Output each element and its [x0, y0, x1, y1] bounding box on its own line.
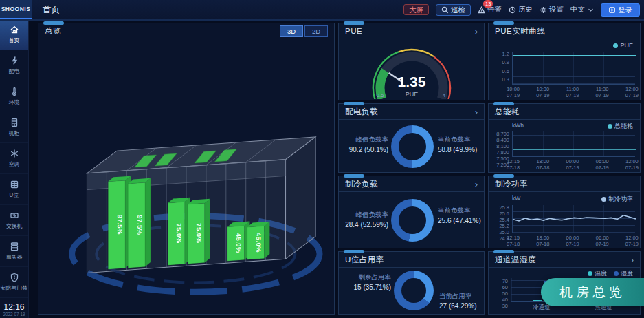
sidebar-item-security[interactable]: 安防与门禁 — [0, 267, 28, 298]
donut-left-label: 剩余占用率 — [343, 273, 391, 282]
sidebar-item-label: 环境 — [9, 98, 20, 106]
legend-label: 制冷功率 — [608, 195, 633, 202]
panel-cooling-load: 制冷负载 › 峰值负载率 28.4 (52.59%) 当前负载率 25.6 (4… — [338, 176, 485, 248]
donut-right-value: 58.8 (49.9%) — [438, 146, 483, 153]
donut-right-label: 当前负载率 — [438, 136, 483, 145]
u-slot-icon — [10, 180, 19, 189]
warning-icon — [478, 6, 485, 14]
sidebar-item-label: 空调 — [9, 160, 20, 168]
legend-label: 湿度 — [621, 270, 633, 277]
panel-energy: 总能耗 kWh 总能耗 8,7008,4008,1007,8007,5007,2… — [488, 103, 641, 173]
gauge-value: 1.35 — [398, 74, 426, 89]
sidebar-item-label: 首页 — [9, 36, 20, 44]
category-label: 冷通道 — [533, 304, 551, 312]
legend-label: 总能耗 — [614, 123, 633, 129]
y-axis-unit: kW — [512, 195, 520, 202]
toggle-2d-button[interactable]: 2D — [304, 25, 328, 37]
chevron-down-icon — [588, 7, 594, 13]
y-axis-ticks: 8,7008,4008,1007,8007,5007,200 — [491, 131, 509, 156]
panel-title: 制冷负载 — [345, 179, 378, 189]
3d-room-canvas[interactable]: 97.5%97.5%75.0%75.0%45.0%45.0% — [38, 41, 334, 314]
rack-percent-label: 75.0% — [175, 223, 183, 244]
donut-left-label: 峰值负载率 — [342, 136, 388, 145]
panel-detail-arrow[interactable]: › — [475, 180, 478, 189]
panel-title: PUE — [345, 27, 362, 35]
sidebar-item-label: U位 — [10, 191, 19, 199]
room-overview-badge: 机房总览 — [541, 278, 644, 306]
chart-legend: PUE — [613, 42, 633, 49]
login-icon — [608, 6, 616, 14]
panel-title: U位占用率 — [345, 255, 384, 265]
settings-label: 设置 — [549, 5, 564, 14]
language-label: 中文 — [570, 5, 585, 14]
sidebar-item-ac[interactable]: 空调 — [0, 143, 28, 174]
rack-percent-label: 45.0% — [235, 233, 243, 253]
sidebar-item-server[interactable]: 服务器 — [0, 236, 28, 267]
snowflake-icon — [10, 149, 19, 158]
u-occupancy-donut — [394, 271, 434, 310]
bar — [533, 300, 542, 301]
sidebar-item-switch[interactable]: 交换机 — [0, 205, 28, 236]
patrol-label: 巡检 — [451, 6, 465, 14]
rack-percent-label: 97.5% — [116, 214, 124, 235]
alarm-button[interactable]: 告警 13 — [478, 5, 502, 14]
donut-right-value: 27 (64.29%) — [439, 302, 483, 310]
shield-icon — [10, 273, 19, 282]
panel-overview: 总览 3D 2D — [38, 23, 335, 315]
legend-dot — [614, 271, 619, 276]
gauge-max: 4 — [443, 92, 446, 98]
nav-home[interactable]: 首页 — [38, 0, 64, 19]
legend-label: 温度 — [595, 270, 607, 277]
legend-dot — [588, 271, 592, 276]
sidebar-item-label: 配电 — [9, 67, 20, 75]
alarm-count-badge: 13 — [483, 0, 493, 8]
legend-dot — [613, 43, 618, 48]
sidebar-item-home[interactable]: 首页 — [0, 19, 28, 50]
cooling-load-donut — [391, 199, 434, 242]
panel-detail-arrow[interactable]: › — [631, 255, 634, 264]
sidebar-item-power[interactable]: 配电 — [0, 50, 28, 81]
pue-gauge: 1.35 PUE 0.5 4 — [343, 40, 480, 99]
server-icon — [10, 242, 19, 251]
patrol-button[interactable]: 巡检 — [436, 4, 471, 16]
sidebar-item-label: 机柜 — [9, 129, 20, 137]
donut-left-value: 15 (35.71%) — [343, 284, 391, 291]
settings-button[interactable]: 设置 — [540, 5, 564, 14]
rack-percent-label: 75.0% — [195, 223, 203, 244]
panel-detail-arrow[interactable]: › — [475, 27, 478, 36]
panel-title: 通道温湿度 — [495, 255, 536, 265]
panel-power-load: 配电负载 › 峰值负载率 90.2 (50.1%) 当前负载率 58.8 (49… — [338, 103, 485, 173]
brand-logo: SHOONIS — [0, 0, 32, 19]
panel-u-occupancy: U位占用率 剩余占用率 15 (35.71%) 当前占用率 27 (64.29%… — [338, 251, 485, 315]
donut-right-label: 当前占用率 — [439, 292, 483, 301]
language-selector[interactable]: 中文 — [570, 5, 594, 14]
panel-pue-curve: PUE实时曲线 PUE 1.20.90.60.3 10:0007-1910:30… — [488, 23, 641, 100]
login-button[interactable]: 登录 — [601, 3, 640, 17]
home-icon — [10, 25, 19, 34]
cabinet-icon — [10, 118, 19, 127]
sidebar-item-environment[interactable]: 环境 — [0, 81, 28, 112]
panel-title: 总能耗 — [495, 107, 520, 117]
y-axis-ticks: 25.825.625.425.225.024.8 — [491, 204, 509, 232]
legend-dot — [608, 124, 612, 129]
history-button[interactable]: 历史 — [509, 5, 533, 14]
x-axis-ticks: 10:0007-1910:3007-1911:0007-1911:3007-19… — [507, 86, 639, 99]
big-screen-label: 大屏 — [409, 6, 423, 14]
y-axis-unit: kWh — [512, 122, 524, 129]
panel-detail-arrow[interactable]: › — [475, 107, 478, 116]
dashboard-root: SHOONIS 首页 大屏 巡检 告警 13 历史 设置 — [0, 0, 644, 318]
clock-time: 12:16 — [0, 302, 28, 312]
panel-pue: PUE › 1.35 PUE 0.5 4 — [338, 23, 485, 100]
sidebar-item-cabinet[interactable]: 机柜 — [0, 112, 28, 143]
panel-title: 制冷功率 — [495, 179, 528, 189]
donut-left-value: 90.2 (50.1%) — [342, 146, 388, 153]
history-label: 历史 — [518, 5, 533, 14]
donut-left-label: 峰值负载率 — [342, 211, 388, 220]
big-screen-button[interactable]: 大屏 — [403, 4, 429, 16]
toggle-3d-button[interactable]: 3D — [280, 25, 303, 37]
gauge-min: 0.5 — [376, 92, 384, 98]
panel-cooling-power: 制冷功率 kW 制冷功率 25.825.625.425.225.024.8 12… — [488, 176, 641, 248]
sidebar-item-uslot[interactable]: U位 — [0, 174, 28, 205]
gauge-label: PUE — [406, 91, 419, 98]
rack-percent-label: 97.5% — [136, 215, 144, 235]
